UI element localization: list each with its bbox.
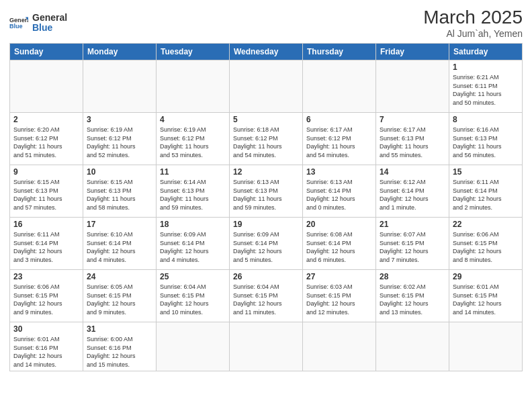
calendar-table: Sunday Monday Tuesday Wednesday Thursday… bbox=[9, 43, 523, 371]
day-info: Sunrise: 6:16 AMSunset: 6:13 PMDaylight:… bbox=[453, 126, 519, 159]
table-row bbox=[83, 60, 157, 113]
day-info: Sunrise: 6:06 AMSunset: 6:15 PMDaylight:… bbox=[453, 230, 519, 264]
table-row: 27Sunrise: 6:03 AMSunset: 6:15 PMDayligh… bbox=[303, 270, 376, 322]
table-row: 2Sunrise: 6:20 AMSunset: 6:12 PMDaylight… bbox=[10, 113, 83, 165]
day-info: Sunrise: 6:05 AMSunset: 6:15 PMDaylight:… bbox=[87, 283, 152, 316]
calendar-header-row: Sunday Monday Tuesday Wednesday Thursday… bbox=[10, 44, 523, 60]
table-row: 10Sunrise: 6:15 AMSunset: 6:13 PMDayligh… bbox=[83, 165, 157, 218]
table-row: 5Sunrise: 6:18 AMSunset: 6:12 PMDaylight… bbox=[230, 113, 303, 165]
day-number: 19 bbox=[233, 220, 299, 229]
col-thursday: Thursday bbox=[303, 44, 376, 60]
day-number: 26 bbox=[233, 272, 299, 281]
day-number: 11 bbox=[160, 167, 226, 177]
table-row: 6Sunrise: 6:17 AMSunset: 6:12 PMDaylight… bbox=[303, 113, 376, 165]
day-info: Sunrise: 6:21 AMSunset: 6:11 PMDaylight:… bbox=[453, 73, 519, 107]
table-row: 25Sunrise: 6:04 AMSunset: 6:15 PMDayligh… bbox=[157, 270, 230, 322]
day-info: Sunrise: 6:10 AMSunset: 6:14 PMDaylight:… bbox=[87, 230, 152, 264]
table-row: 21Sunrise: 6:07 AMSunset: 6:15 PMDayligh… bbox=[376, 218, 449, 270]
day-info: Sunrise: 6:14 AMSunset: 6:13 PMDaylight:… bbox=[160, 178, 226, 212]
table-row bbox=[376, 60, 449, 113]
table-row: 18Sunrise: 6:09 AMSunset: 6:14 PMDayligh… bbox=[157, 218, 230, 270]
table-row bbox=[157, 60, 230, 113]
day-info: Sunrise: 6:17 AMSunset: 6:12 PMDaylight:… bbox=[306, 126, 372, 159]
day-info: Sunrise: 6:19 AMSunset: 6:12 PMDaylight:… bbox=[160, 126, 226, 159]
table-row: 15Sunrise: 6:11 AMSunset: 6:14 PMDayligh… bbox=[449, 165, 523, 218]
day-info: Sunrise: 6:13 AMSunset: 6:14 PMDaylight:… bbox=[306, 178, 372, 212]
logo-icon: General Blue bbox=[9, 13, 28, 32]
day-info: Sunrise: 6:11 AMSunset: 6:14 PMDaylight:… bbox=[453, 178, 519, 212]
table-row: 31Sunrise: 6:00 AMSunset: 6:16 PMDayligh… bbox=[83, 322, 157, 371]
day-number: 16 bbox=[13, 220, 79, 229]
table-row bbox=[230, 60, 303, 113]
logo-blue-text: Blue bbox=[32, 23, 67, 33]
table-row bbox=[449, 322, 523, 371]
col-sunday: Sunday bbox=[10, 44, 83, 60]
day-info: Sunrise: 6:00 AMSunset: 6:16 PMDaylight:… bbox=[87, 335, 152, 369]
col-saturday: Saturday bbox=[449, 44, 523, 60]
day-number: 29 bbox=[453, 272, 519, 281]
day-info: Sunrise: 6:09 AMSunset: 6:14 PMDaylight:… bbox=[233, 230, 299, 264]
table-row bbox=[230, 322, 303, 371]
table-row: 26Sunrise: 6:04 AMSunset: 6:15 PMDayligh… bbox=[230, 270, 303, 322]
table-row: 17Sunrise: 6:10 AMSunset: 6:14 PMDayligh… bbox=[83, 218, 157, 270]
logo-general-text: General bbox=[32, 13, 67, 23]
table-row: 30Sunrise: 6:01 AMSunset: 6:16 PMDayligh… bbox=[10, 322, 83, 371]
day-number: 2 bbox=[13, 115, 79, 124]
table-row bbox=[157, 322, 230, 371]
svg-text:Blue: Blue bbox=[9, 23, 23, 30]
day-info: Sunrise: 6:07 AMSunset: 6:15 PMDaylight:… bbox=[380, 230, 445, 264]
day-number: 25 bbox=[160, 272, 226, 281]
table-row: 16Sunrise: 6:11 AMSunset: 6:14 PMDayligh… bbox=[10, 218, 83, 270]
table-row: 9Sunrise: 6:15 AMSunset: 6:13 PMDaylight… bbox=[10, 165, 83, 218]
day-number: 8 bbox=[453, 115, 519, 124]
day-info: Sunrise: 6:01 AMSunset: 6:16 PMDaylight:… bbox=[13, 335, 79, 369]
svg-text:General: General bbox=[9, 17, 28, 24]
col-tuesday: Tuesday bbox=[157, 44, 230, 60]
table-row: 28Sunrise: 6:02 AMSunset: 6:15 PMDayligh… bbox=[376, 270, 449, 322]
table-row: 8Sunrise: 6:16 AMSunset: 6:13 PMDaylight… bbox=[449, 113, 523, 165]
table-row: 20Sunrise: 6:08 AMSunset: 6:14 PMDayligh… bbox=[303, 218, 376, 270]
page: General Blue General Blue March 2025 Al … bbox=[0, 0, 532, 411]
day-number: 24 bbox=[87, 272, 152, 281]
table-row: 3Sunrise: 6:19 AMSunset: 6:12 PMDaylight… bbox=[83, 113, 157, 165]
day-number: 10 bbox=[87, 167, 152, 177]
day-number: 17 bbox=[87, 220, 152, 229]
day-number: 3 bbox=[87, 115, 152, 124]
day-info: Sunrise: 6:11 AMSunset: 6:14 PMDaylight:… bbox=[13, 230, 79, 264]
day-info: Sunrise: 6:13 AMSunset: 6:13 PMDaylight:… bbox=[233, 178, 299, 212]
day-info: Sunrise: 6:04 AMSunset: 6:15 PMDaylight:… bbox=[160, 283, 226, 316]
day-number: 12 bbox=[233, 167, 299, 177]
table-row: 12Sunrise: 6:13 AMSunset: 6:13 PMDayligh… bbox=[230, 165, 303, 218]
day-number: 6 bbox=[306, 115, 372, 124]
table-row: 11Sunrise: 6:14 AMSunset: 6:13 PMDayligh… bbox=[157, 165, 230, 218]
month-title: March 2025 bbox=[423, 7, 523, 28]
day-info: Sunrise: 6:01 AMSunset: 6:15 PMDaylight:… bbox=[453, 283, 519, 316]
title-block: March 2025 Al Jum`ah, Yemen bbox=[423, 7, 523, 39]
table-row: 1Sunrise: 6:21 AMSunset: 6:11 PMDaylight… bbox=[449, 60, 523, 113]
col-wednesday: Wednesday bbox=[230, 44, 303, 60]
day-info: Sunrise: 6:20 AMSunset: 6:12 PMDaylight:… bbox=[13, 126, 79, 159]
table-row: 13Sunrise: 6:13 AMSunset: 6:14 PMDayligh… bbox=[303, 165, 376, 218]
day-number: 30 bbox=[13, 324, 79, 334]
table-row: 22Sunrise: 6:06 AMSunset: 6:15 PMDayligh… bbox=[449, 218, 523, 270]
day-number: 14 bbox=[380, 167, 445, 177]
day-info: Sunrise: 6:03 AMSunset: 6:15 PMDaylight:… bbox=[306, 283, 372, 316]
day-number: 9 bbox=[13, 167, 79, 177]
table-row: 4Sunrise: 6:19 AMSunset: 6:12 PMDaylight… bbox=[157, 113, 230, 165]
table-row: 29Sunrise: 6:01 AMSunset: 6:15 PMDayligh… bbox=[449, 270, 523, 322]
day-info: Sunrise: 6:17 AMSunset: 6:13 PMDaylight:… bbox=[380, 126, 445, 159]
day-info: Sunrise: 6:06 AMSunset: 6:15 PMDaylight:… bbox=[13, 283, 79, 316]
day-number: 27 bbox=[306, 272, 372, 281]
day-info: Sunrise: 6:09 AMSunset: 6:14 PMDaylight:… bbox=[160, 230, 226, 264]
day-number: 22 bbox=[453, 220, 519, 229]
day-info: Sunrise: 6:04 AMSunset: 6:15 PMDaylight:… bbox=[233, 283, 299, 316]
day-number: 7 bbox=[380, 115, 445, 124]
table-row bbox=[10, 60, 83, 113]
day-info: Sunrise: 6:02 AMSunset: 6:15 PMDaylight:… bbox=[380, 283, 445, 316]
day-number: 18 bbox=[160, 220, 226, 229]
table-row: 23Sunrise: 6:06 AMSunset: 6:15 PMDayligh… bbox=[10, 270, 83, 322]
day-info: Sunrise: 6:19 AMSunset: 6:12 PMDaylight:… bbox=[87, 126, 152, 159]
day-number: 20 bbox=[306, 220, 372, 229]
table-row: 7Sunrise: 6:17 AMSunset: 6:13 PMDaylight… bbox=[376, 113, 449, 165]
day-number: 1 bbox=[453, 62, 519, 72]
